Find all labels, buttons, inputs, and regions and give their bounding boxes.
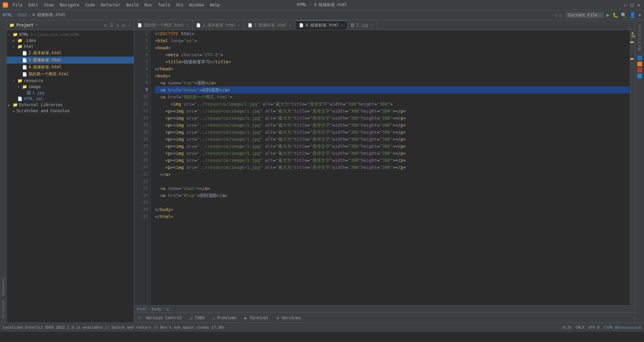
maximize-button[interactable]: □ (629, 2, 635, 8)
code-line-18: <p><img src="../resource/image/1.jpg" al… (155, 150, 630, 157)
terminal-label: Terminal (249, 316, 269, 320)
tabs-extra[interactable]: ⋮ (624, 23, 635, 30)
code-line-22 (155, 178, 630, 185)
locate-icon[interactable]: ⊕ (103, 22, 107, 28)
breadcrumb-file[interactable]: 4.链接标签.html (32, 12, 65, 18)
nav-icon-back[interactable]: ◁ (554, 12, 557, 18)
breadcrumb-html2[interactable]: html (17, 13, 27, 17)
problems-tab[interactable]: ⚠ Problems (209, 315, 240, 321)
version-control-tab[interactable]: Version Control (142, 315, 185, 321)
editor-breadcrumb: html › body › a (134, 305, 635, 313)
tree-item-1jpg[interactable]: 🖼 1.jpg (7, 90, 134, 96)
tab-1jpg[interactable]: 🖼 1.jpg ✕ (347, 20, 377, 30)
menu-item-tools[interactable]: Tools (155, 2, 173, 8)
file-tree: ▾ 📁 HTML D:\java\java.code\HTML ▶ 📁 .ide… (7, 30, 134, 323)
crlf-encoding[interactable]: CRLF (576, 325, 585, 330)
menu-item-navigate[interactable]: Navigate (57, 2, 82, 8)
tab-basic-html[interactable]: 📄 2.基本标签.html ✕ (193, 20, 244, 30)
menu-item-refactor[interactable]: Refactor (98, 2, 123, 8)
icon-chrome4[interactable] (637, 74, 642, 78)
settings-icon[interactable]: ⚙ (121, 22, 125, 28)
services-tab[interactable]: ⚙ Services (273, 315, 304, 321)
utf8-encoding[interactable]: UTF-8 (588, 325, 599, 330)
tree-item-image-folder[interactable]: ▾ 📁 image (7, 84, 134, 90)
tree-item-ext-libs[interactable]: ▶ 📁 External Libraries (7, 102, 134, 108)
breadcrumb: HTML › html › 4.链接标签.html (3, 12, 65, 18)
window-title: HTML - 4.链接标签.html (297, 2, 347, 8)
title-bar-left: IJ FileEditViewNavigateCodeRefactorBuild… (3, 2, 222, 8)
terminal-icon: ▶ (245, 316, 247, 320)
icon-chrome3[interactable] (637, 68, 642, 72)
menu-item-window[interactable]: Window (187, 2, 207, 8)
debug-button[interactable]: 🐛 (612, 12, 618, 18)
editor-scrollbar[interactable]: ▲ 30 (630, 30, 635, 305)
todo-label: TODO (195, 316, 204, 320)
update-icon[interactable]: ⬇ (639, 12, 641, 18)
code-line-6: </head> (155, 65, 630, 72)
icon-chrome2[interactable] (637, 62, 642, 66)
code-line-7: <body> (155, 72, 630, 79)
terminal-tab[interactable]: ▶ Terminal (241, 315, 272, 321)
line-col[interactable]: 9:25 (563, 325, 572, 330)
sort-icon[interactable]: ⇅ (116, 22, 120, 28)
notifications-tab[interactable]: Notifications (637, 21, 642, 53)
left-side-tabs: Bookmarks Structure (0, 20, 7, 323)
hide-icon[interactable]: — (127, 22, 131, 28)
tree-item-link-html[interactable]: 📄 4.链接标签.html (7, 64, 134, 71)
user-csdn[interactable]: CSDN @Duuuuuuuuub (603, 325, 641, 330)
close-button[interactable]: ✕ (636, 2, 641, 8)
tree-item-html-folder[interactable]: ▾ 📁 html (7, 44, 134, 50)
run-button[interactable]: ▶ (606, 12, 610, 18)
menu-item-view[interactable]: View (42, 2, 57, 8)
tree-item-iml[interactable]: 📄 HTML.iml (7, 96, 134, 102)
breadcrumb-body-tag[interactable]: body (152, 307, 161, 312)
collapse-icon[interactable]: ☰ (109, 22, 115, 28)
code-editor[interactable]: <!DOCTYPE html> <html lang="en"> <head> … (151, 30, 630, 305)
vcs-icon: ⎇ (137, 316, 141, 320)
tree-item-HTML[interactable]: ▾ 📁 HTML D:\java\java.code\HTML (7, 31, 134, 38)
minimize-button[interactable]: — (623, 2, 628, 8)
tree-item-image-html[interactable]: 📄 3.图像标签.html (7, 57, 134, 64)
tree-item-idea[interactable]: ▶ 📁 .idea (7, 38, 134, 44)
tree-item-resource[interactable]: ▾ 📁 resource (7, 78, 134, 84)
tab-close-5[interactable]: ✕ (370, 23, 373, 27)
nav-right: ◁ ▷ Current File ▾ ▶ 🐛 🔍 👤 ⬇ (554, 12, 641, 18)
warning-marker-2 (630, 58, 634, 60)
menu-item-edit[interactable]: Edit (26, 2, 41, 8)
breadcrumb-html-tag[interactable]: html (137, 307, 147, 312)
menu-item-code[interactable]: Code (83, 2, 98, 8)
tab-link-html[interactable]: 📄 4.链接标签.html ✕ (296, 20, 347, 30)
structure-tab[interactable]: Structure (1, 298, 6, 320)
tab-label-1: 我的第一个网页.html (144, 22, 184, 28)
menu-item-build[interactable]: Build (124, 2, 141, 8)
menu-item-run[interactable]: Run (142, 2, 155, 8)
tree-item-scratches[interactable]: ✏ Scratches and Consoles (7, 108, 134, 114)
run-config-label: Current File (568, 13, 597, 17)
tab-close-3[interactable]: ✕ (289, 23, 292, 27)
menu-item-vcs[interactable]: VCS (173, 2, 186, 8)
tree-item-first-html[interactable]: 📄 我的第一个网页.html (7, 71, 134, 78)
code-line-8: <a name="top">顶部</a> (155, 79, 630, 86)
tree-item-basic-html[interactable]: 📄 2.基本标签.html (7, 50, 134, 57)
todo-tab[interactable]: ☑ TODO (187, 315, 208, 321)
menu-item-file[interactable]: File (10, 2, 25, 8)
tab-first-html[interactable]: 📄 我的第一个网页.html ✕ (134, 20, 193, 30)
icon-chrome1[interactable] (637, 56, 642, 60)
search-button[interactable]: 🔍 (621, 12, 627, 18)
code-line-16: <p><img src="../resource/image/1.jpg" al… (155, 136, 630, 143)
nav-icon-forward[interactable]: ▷ (560, 12, 563, 18)
bottom-tabs: ⎇ Version Control ☑ TODO ⚠ Problems ▶ Te… (134, 313, 635, 323)
user-icon[interactable]: 👤 (629, 12, 636, 18)
tab-image-html[interactable]: 📄 3.图像标签.html ✕ (244, 20, 296, 30)
tab-close-2[interactable]: ✕ (237, 23, 241, 27)
bookmarks-tab[interactable]: Bookmarks (1, 276, 6, 298)
run-config[interactable]: Current File ▾ (566, 12, 604, 18)
tab-close-1[interactable]: ✕ (186, 23, 189, 27)
breadcrumb-a-tag[interactable]: a (166, 307, 169, 312)
breadcrumb-html[interactable]: HTML (3, 13, 12, 17)
status-bar: Localized IntelliJ IDEA 2022.2.3 is avai… (0, 323, 644, 332)
tab-icon-2: 📄 (196, 23, 201, 27)
menu-item-help[interactable]: Help (207, 2, 222, 8)
code-line-15: <p><img src="../resource/image/1.jpg" al… (155, 129, 630, 136)
tab-close-4[interactable]: ✕ (340, 23, 344, 27)
